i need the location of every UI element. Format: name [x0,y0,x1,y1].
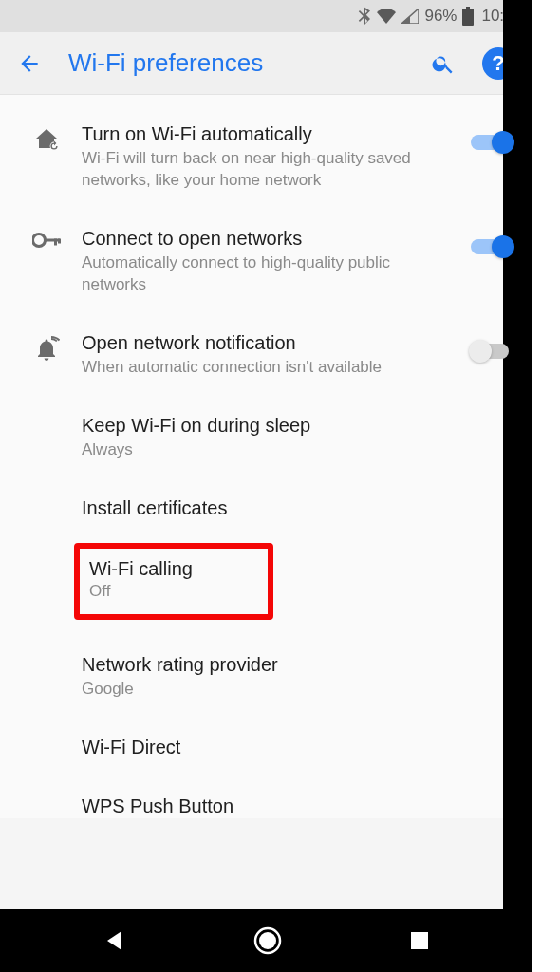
app-bar: Wi-Fi preferences ? [0,32,532,95]
nav-recent-icon[interactable] [408,929,431,952]
toggle-open-networks[interactable] [471,234,513,258]
setting-wifi-direct[interactable]: Wi-Fi Direct [0,718,532,776]
battery-icon [462,7,474,26]
key-icon [32,232,61,249]
svg-rect-1 [462,9,474,26]
settings-list: Turn on Wi-Fi automatically Wi-Fi will t… [0,95,532,818]
battery-percentage: 96% [424,7,457,26]
svg-rect-9 [411,932,428,949]
setting-subtitle: Off [89,582,254,601]
setting-wifi-calling[interactable]: Wi-Fi calling Off [74,543,273,620]
svg-rect-6 [58,238,61,243]
setting-subtitle: Google [82,679,448,701]
bell-wifi-icon [33,336,60,363]
setting-install-certs[interactable]: Install certificates [0,478,532,537]
svg-point-3 [33,234,46,246]
setting-subtitle: When automatic connection isn't availabl… [82,357,448,379]
wifi-icon [377,9,396,24]
setting-title: Install certificates [82,495,448,520]
setting-title: Turn on Wi-Fi automatically [82,122,448,146]
svg-rect-0 [466,7,470,9]
setting-title: Wi-Fi calling [89,558,254,580]
cell-signal-icon [401,9,419,24]
nav-home-icon[interactable] [252,925,283,956]
setting-sleep[interactable]: Keep Wi-Fi on during sleep Always [0,396,532,478]
setting-open-networks[interactable]: Connect to open networks Automatically c… [0,209,532,313]
search-icon[interactable] [431,51,456,76]
setting-subtitle: Always [82,439,448,461]
svg-point-8 [259,932,276,949]
back-icon[interactable] [17,51,42,76]
setting-title: WPS Push Button [82,794,448,818]
home-refresh-icon [33,127,60,152]
status-bar: 96% 10:01 [0,0,532,32]
page-title: Wi-Fi preferences [68,48,404,78]
setting-subtitle: Automatically connect to high-quality pu… [82,252,448,296]
setting-title: Wi-Fi Direct [82,735,448,759]
setting-subtitle: Wi-Fi will turn back on near high-qualit… [82,148,448,192]
setting-open-notify[interactable]: Open network notification When automatic… [0,313,532,396]
setting-auto-wifi[interactable]: Turn on Wi-Fi automatically Wi-Fi will t… [0,104,532,209]
nav-back-icon[interactable] [101,927,127,954]
setting-title: Network rating provider [82,652,448,677]
bluetooth-icon [358,7,371,26]
setting-wps-push[interactable]: WPS Push Button [0,776,532,818]
setting-title: Connect to open networks [82,226,448,251]
setting-title: Open network notification [82,330,448,355]
svg-rect-4 [45,238,60,241]
toggle-auto-wifi[interactable] [471,129,513,154]
setting-title: Keep Wi-Fi on during sleep [82,413,448,438]
toggle-open-notify[interactable] [471,338,513,363]
svg-rect-5 [54,238,57,245]
system-nav-bar [0,909,532,972]
setting-rating-provider[interactable]: Network rating provider Google [0,635,532,718]
